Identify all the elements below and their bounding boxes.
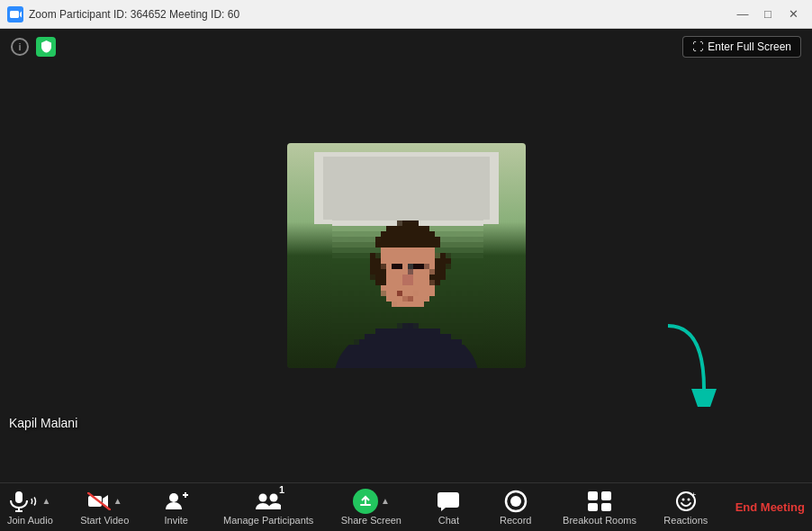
close-button[interactable]: ✕ bbox=[781, 3, 805, 26]
breakout-rooms-label: Breakout Rooms bbox=[563, 515, 636, 526]
svg-rect-20 bbox=[588, 503, 598, 511]
svg-point-23 bbox=[681, 498, 684, 500]
svg-point-24 bbox=[687, 498, 690, 500]
top-bar: i ⛶ Enter Full Screen bbox=[0, 29, 812, 65]
svg-rect-13 bbox=[360, 504, 371, 506]
reactions-button[interactable]: + Reactions bbox=[656, 486, 715, 529]
join-audio-button[interactable]: ▲ Join Audio bbox=[0, 486, 60, 529]
svg-point-11 bbox=[270, 493, 278, 501]
svg-rect-14 bbox=[438, 492, 459, 508]
video-tile bbox=[287, 143, 526, 368]
chat-button[interactable]: Chat bbox=[421, 486, 475, 529]
participants-count: 1 bbox=[279, 484, 284, 495]
end-meeting-label: End Meeting bbox=[735, 500, 805, 514]
minimize-button[interactable]: — bbox=[731, 3, 754, 26]
top-bar-left: i bbox=[11, 37, 56, 57]
invite-icon bbox=[165, 490, 188, 513]
security-icon[interactable] bbox=[36, 37, 56, 57]
svg-text:+: + bbox=[691, 490, 696, 500]
breakout-rooms-icon bbox=[587, 490, 612, 513]
invite-label: Invite bbox=[165, 515, 188, 526]
record-label: Record bbox=[500, 515, 531, 526]
fullscreen-label: Enter Full Screen bbox=[708, 40, 791, 53]
info-icon[interactable]: i bbox=[11, 38, 29, 56]
share-screen-chevron: ▲ bbox=[381, 496, 390, 506]
end-meeting-button[interactable]: End Meeting bbox=[728, 497, 812, 518]
maximize-button[interactable]: □ bbox=[756, 3, 780, 26]
manage-participants-icon: 1 bbox=[256, 490, 281, 513]
title-bar-left: Zoom Participant ID: 364652 Meeting ID: … bbox=[7, 6, 239, 22]
start-video-icon: ▲ bbox=[87, 490, 122, 513]
toolbar: ▲ Join Audio ▲ Start Video bbox=[0, 482, 812, 531]
record-button[interactable]: Record bbox=[489, 486, 543, 529]
participant-name: Kapil Malani bbox=[9, 416, 77, 430]
svg-rect-2 bbox=[15, 491, 23, 503]
fullscreen-button[interactable]: ⛶ Enter Full Screen bbox=[682, 36, 801, 58]
svg-rect-19 bbox=[601, 491, 611, 500]
share-screen-circle bbox=[353, 489, 378, 514]
fullscreen-icon: ⛶ bbox=[692, 40, 703, 53]
chat-icon bbox=[437, 490, 460, 513]
start-video-button[interactable]: ▲ Start Video bbox=[73, 486, 136, 529]
share-screen-icon: ▲ bbox=[353, 490, 390, 513]
join-audio-label: Join Audio bbox=[7, 515, 53, 526]
title-bar-controls: — □ ✕ bbox=[731, 3, 805, 26]
manage-participants-label: Manage Participants bbox=[223, 515, 313, 526]
main-area: i ⛶ Enter Full Screen Kapil Malani bbox=[0, 29, 812, 482]
chat-label: Chat bbox=[438, 515, 459, 526]
svg-rect-21 bbox=[601, 503, 611, 511]
video-canvas bbox=[287, 143, 526, 368]
breakout-rooms-button[interactable]: Breakout Rooms bbox=[555, 486, 644, 529]
arrow-indicator bbox=[650, 317, 722, 410]
title-bar-title: Zoom Participant ID: 364652 Meeting ID: … bbox=[29, 8, 239, 21]
share-screen-label: Share Screen bbox=[341, 515, 401, 526]
svg-point-17 bbox=[510, 496, 521, 507]
svg-point-7 bbox=[169, 493, 178, 502]
record-icon bbox=[504, 490, 528, 513]
share-screen-button[interactable]: ▲ Share Screen bbox=[334, 486, 409, 529]
reactions-label: Reactions bbox=[663, 515, 708, 526]
svg-marker-15 bbox=[441, 508, 446, 511]
join-audio-chevron: ▲ bbox=[41, 496, 50, 506]
zoom-logo-icon bbox=[7, 6, 23, 22]
svg-point-10 bbox=[259, 493, 267, 501]
svg-rect-18 bbox=[588, 491, 598, 500]
invite-button[interactable]: Invite bbox=[149, 486, 203, 529]
manage-participants-button[interactable]: 1 Manage Participants bbox=[216, 486, 320, 529]
start-video-chevron: ▲ bbox=[113, 496, 122, 506]
reactions-icon: + bbox=[675, 490, 697, 513]
start-video-label: Start Video bbox=[80, 515, 129, 526]
join-audio-icon: ▲ bbox=[9, 490, 50, 513]
title-bar: Zoom Participant ID: 364652 Meeting ID: … bbox=[0, 0, 812, 29]
